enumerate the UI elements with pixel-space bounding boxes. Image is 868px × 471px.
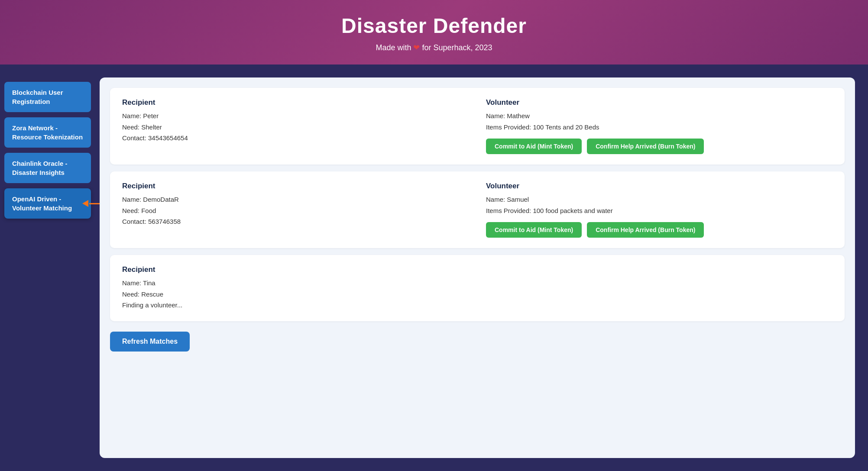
- sidebar-item-zora[interactable]: Zora Network - Resource Tokenization: [4, 117, 91, 148]
- recipient-section-1: Recipient Name: Peter Need: Shelter Cont…: [122, 98, 469, 154]
- card-buttons-1: Commit to Aid (Mint Token) Confirm Help …: [486, 139, 832, 154]
- recipient-title-2: Recipient: [122, 182, 469, 190]
- recipient-name-2: Name: DemoDataR Need: Food Contact: 5637…: [122, 194, 469, 227]
- recipient-section-2: Recipient Name: DemoDataR Need: Food Con…: [122, 182, 469, 238]
- recipient-title-3: Recipient: [122, 265, 832, 274]
- sidebar: Blockchain User Registration Zora Networ…: [4, 77, 100, 458]
- subtitle-post: for Superhack, 2023: [422, 43, 492, 52]
- commit-button-2[interactable]: Commit to Aid (Mint Token): [486, 222, 582, 238]
- refresh-matches-button[interactable]: Refresh Matches: [110, 332, 190, 352]
- confirm-button-2[interactable]: Confirm Help Arrived (Burn Token): [587, 222, 704, 238]
- sidebar-item-blockchain[interactable]: Blockchain User Registration: [4, 82, 91, 112]
- recipient-section-3: Recipient Name: Tina Need: Rescue Findin…: [122, 265, 832, 311]
- sidebar-item-openai[interactable]: OpenAI Driven - Volunteer Matching: [4, 188, 91, 219]
- volunteer-section-2: Volunteer Name: Samuel Items Provided: 1…: [486, 182, 832, 238]
- volunteer-title-1: Volunteer: [486, 98, 832, 107]
- confirm-button-1[interactable]: Confirm Help Arrived (Burn Token): [587, 139, 704, 154]
- sidebar-item-chainlink[interactable]: Chainlink Oracle - Disaster Insights: [4, 153, 91, 183]
- main-layout: Blockchain User Registration Zora Networ…: [0, 65, 868, 471]
- page-header: Disaster Defender Made with ❤ for Superh…: [0, 0, 868, 65]
- page-title: Disaster Defender: [9, 14, 859, 38]
- recipient-name-3: Name: Tina Need: Rescue Finding a volunt…: [122, 277, 832, 311]
- commit-button-1[interactable]: Commit to Aid (Mint Token): [486, 139, 582, 154]
- volunteer-info-1: Name: Mathew Items Provided: 100 Tents a…: [486, 110, 832, 132]
- volunteer-title-2: Volunteer: [486, 182, 832, 190]
- subtitle-pre: Made with: [376, 43, 411, 52]
- content-area: Recipient Name: Peter Need: Shelter Cont…: [100, 77, 855, 458]
- match-card-2: Recipient Name: DemoDataR Need: Food Con…: [110, 171, 845, 248]
- volunteer-section-1: Volunteer Name: Mathew Items Provided: 1…: [486, 98, 832, 154]
- heart-icon: ❤: [413, 43, 420, 52]
- volunteer-info-2: Name: Samuel Items Provided: 100 food pa…: [486, 194, 832, 216]
- card-buttons-2: Commit to Aid (Mint Token) Confirm Help …: [486, 222, 832, 238]
- header-subtitle: Made with ❤ for Superhack, 2023: [9, 43, 859, 52]
- recipient-title-1: Recipient: [122, 98, 469, 107]
- recipient-name-1: Name: Peter Need: Shelter Contact: 34543…: [122, 110, 469, 144]
- match-card-1: Recipient Name: Peter Need: Shelter Cont…: [110, 88, 845, 165]
- match-card-3: Recipient Name: Tina Need: Rescue Findin…: [110, 255, 845, 321]
